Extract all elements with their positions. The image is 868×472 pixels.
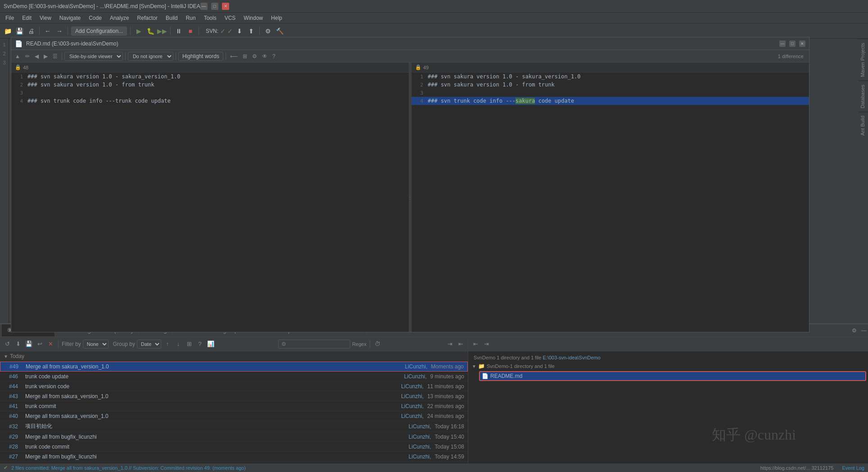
minimize-btn[interactable]: — bbox=[200, 3, 208, 10]
commit-item-49[interactable]: #49 Merge all from sakura_version_1.0 Li… bbox=[0, 362, 468, 372]
menu-vcs[interactable]: VCS bbox=[221, 14, 240, 22]
commit-item-27[interactable]: #27 Merge all from bugfix_licunzhi LiCun… bbox=[0, 452, 468, 462]
commit-item-43[interactable]: #43 Merge all from sakura_version_1.0 Li… bbox=[0, 391, 468, 401]
regex-label[interactable]: Regex bbox=[352, 341, 366, 347]
vc-settings-btn[interactable]: ⚙ bbox=[850, 327, 858, 335]
commit-item-40[interactable]: #40 Merge all from sakura_version_1.0 Li… bbox=[0, 411, 468, 421]
commit-collapse-btn[interactable]: ⇤ bbox=[456, 340, 465, 349]
event-log-btn[interactable]: Event Log bbox=[842, 465, 864, 471]
diff-up-btn[interactable]: ▲ bbox=[13, 52, 22, 60]
diff-left-btn[interactable]: ⟵ bbox=[228, 52, 240, 60]
commit-graph-btn[interactable]: 📊 bbox=[206, 340, 215, 349]
print-btn[interactable]: 🖨 bbox=[26, 26, 36, 36]
commit-search-input[interactable] bbox=[278, 340, 350, 349]
svn-commit-btn[interactable]: ⬆ bbox=[246, 26, 256, 36]
commit-item-44[interactable]: #44 trunk version code LiCunzhi, 11 minu… bbox=[0, 381, 468, 391]
sidebar-icon-1[interactable]: 1 bbox=[0, 41, 9, 49]
tree-folder[interactable]: ▼ 📁 SvnDemo-1 directory and 1 file bbox=[470, 362, 866, 370]
commit-item-46[interactable]: #46 trunk code update LiCunzhi, 9 minute… bbox=[0, 372, 468, 381]
menu-edit[interactable]: Edit bbox=[18, 14, 35, 22]
menu-file[interactable]: File bbox=[2, 14, 18, 22]
open-btn[interactable]: 📁 bbox=[3, 26, 13, 36]
save-btn[interactable]: 💾 bbox=[14, 26, 24, 36]
diff-ignore-select[interactable]: Do not ignore bbox=[128, 52, 173, 61]
menu-refactor[interactable]: Refactor bbox=[134, 14, 161, 22]
stop-btn[interactable]: ■ bbox=[185, 26, 195, 36]
commit-item-29[interactable]: #29 Merge all from bugfix_licunzhi LiCun… bbox=[0, 432, 468, 442]
filter-select[interactable]: None bbox=[83, 340, 108, 349]
status-vc[interactable]: 2 files committed: Merge all from sakura… bbox=[11, 465, 246, 471]
diff-prev-btn[interactable]: ◀ bbox=[33, 52, 41, 60]
diff-sep2 bbox=[125, 53, 126, 60]
commit-time-27: Today 14:59 bbox=[435, 454, 464, 460]
commit-item-32[interactable]: #32 项目初始化 LiCunzhi, Today 16:18 bbox=[0, 421, 468, 432]
sidebar-icon-3[interactable]: 3 bbox=[0, 59, 9, 67]
menu-window[interactable]: Window bbox=[240, 14, 267, 22]
diff-grid-btn[interactable]: ⊞ bbox=[241, 52, 249, 60]
diff-help-btn[interactable]: ? bbox=[271, 52, 277, 60]
commit-msg-32: 项目初始化 bbox=[25, 422, 403, 430]
sep3 bbox=[130, 27, 131, 35]
diff-gear-btn[interactable]: ⚙ bbox=[250, 52, 259, 60]
file-collapse-btn[interactable]: ⇥ bbox=[482, 340, 491, 349]
commit-fetch-btn[interactable]: ⬇ bbox=[14, 340, 23, 349]
commit-item-28[interactable]: #28 trunk code commit LiCunzhi, Today 15… bbox=[0, 442, 468, 452]
diff-title-bar: 📄 READ.md (E:\003-svn-idea\SvnDemo) — □ … bbox=[11, 37, 809, 50]
tree-file-readme[interactable]: 📄 README.md bbox=[479, 371, 866, 381]
sidebar-icon-2[interactable]: 2 bbox=[0, 50, 9, 58]
group-by-select[interactable]: Date bbox=[137, 340, 161, 349]
diff-viewer-select[interactable]: Side-by-side viewer bbox=[64, 52, 123, 61]
commit-time-btn[interactable]: ⏱ bbox=[373, 340, 382, 349]
run2-btn[interactable]: ▶▶ bbox=[157, 26, 167, 36]
diff-maximize-btn[interactable]: □ bbox=[789, 41, 796, 47]
diff-linecontent-left-2: ### svn sakura version 1.0 - from trunk bbox=[26, 82, 409, 88]
commit-group-today[interactable]: ▼ Today bbox=[0, 351, 468, 362]
add-config-btn[interactable]: Add Configuration... bbox=[71, 27, 127, 36]
diff-content-right[interactable]: 1 ### svn sakura version 1.0 - sakura_ve… bbox=[411, 73, 809, 332]
menu-tools[interactable]: Tools bbox=[200, 14, 220, 22]
diff-close-btn[interactable]: ✕ bbox=[799, 41, 805, 47]
debug-btn[interactable]: 🐛 bbox=[145, 26, 155, 36]
vc-close-btn[interactable]: — bbox=[860, 327, 868, 335]
commit-item-41[interactable]: #41 trunk commit LiCunzhi, 22 minutes ag… bbox=[0, 401, 468, 411]
right-tab-ant[interactable]: Ant Build bbox=[858, 112, 868, 139]
run-btn[interactable]: ▶ bbox=[134, 26, 144, 36]
diff-edit-btn[interactable]: ✏ bbox=[23, 52, 32, 60]
menu-build[interactable]: Build bbox=[162, 14, 181, 22]
commit-delete-btn[interactable]: ✕ bbox=[46, 340, 55, 349]
pause-btn[interactable]: ⏸ bbox=[174, 26, 184, 36]
maximize-btn[interactable]: □ bbox=[211, 3, 218, 10]
commit-author-32: LiCunzhi, bbox=[409, 423, 431, 430]
commit-revert-btn[interactable]: ↩ bbox=[35, 340, 44, 349]
menu-analyze[interactable]: Analyze bbox=[106, 14, 133, 22]
diff-eye-btn[interactable]: 👁 bbox=[260, 52, 269, 60]
diff-content-left[interactable]: 1 ### svn sakura version 1.0 - sakura_ve… bbox=[11, 73, 409, 332]
build-btn[interactable]: 🔨 bbox=[275, 26, 285, 36]
settings-btn[interactable]: ⚙ bbox=[263, 26, 273, 36]
commit-toolbar: ↺ ⬇ 💾 ↩ ✕ Filter by None Group by Date ↑… bbox=[0, 337, 468, 351]
forward-btn[interactable]: → bbox=[54, 26, 64, 36]
right-tab-databases[interactable]: Databases bbox=[858, 81, 868, 112]
commit-expand2-btn[interactable]: ⇥ bbox=[445, 340, 454, 349]
commit-help-btn[interactable]: ? bbox=[195, 340, 204, 349]
menu-run[interactable]: Run bbox=[182, 14, 199, 22]
back-btn[interactable]: ← bbox=[43, 26, 53, 36]
diff-minimize-btn[interactable]: — bbox=[779, 41, 786, 47]
menu-help[interactable]: Help bbox=[267, 14, 286, 22]
diff-next-btn[interactable]: ▶ bbox=[42, 52, 50, 60]
commit-refresh-btn[interactable]: ↺ bbox=[3, 340, 12, 349]
commit-save-btn[interactable]: 💾 bbox=[24, 340, 33, 349]
close-btn[interactable]: ✕ bbox=[222, 3, 229, 10]
right-tab-maven[interactable]: Maven Projects bbox=[858, 39, 868, 81]
commit-expand-btn[interactable]: ⊞ bbox=[185, 340, 194, 349]
menu-view[interactable]: View bbox=[36, 14, 55, 22]
svn-update-btn[interactable]: ⬇ bbox=[235, 26, 244, 36]
menu-code[interactable]: Code bbox=[85, 14, 105, 22]
file-expand-btn[interactable]: ⇤ bbox=[471, 340, 480, 349]
menu-navigate[interactable]: Navigate bbox=[56, 14, 84, 22]
commit-sort-asc-btn[interactable]: ↑ bbox=[163, 340, 172, 349]
commit-sort-desc-btn[interactable]: ↓ bbox=[174, 340, 183, 349]
svn-demo-info: 1 directory and 1 file bbox=[497, 355, 542, 360]
diff-highlight-btn[interactable]: Highlight words bbox=[178, 52, 223, 61]
diff-menu-btn[interactable]: ☰ bbox=[51, 52, 59, 60]
